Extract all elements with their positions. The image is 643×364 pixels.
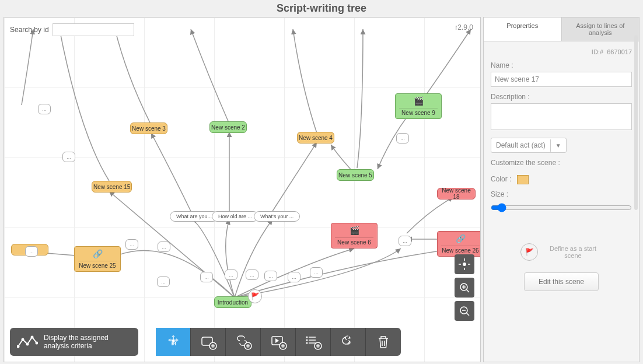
flag-icon: 🚩	[520, 243, 538, 261]
scene-node-9[interactable]: 🎬 New scene 9	[395, 93, 442, 119]
question-pill-2[interactable]: How old are ...	[212, 211, 258, 222]
tool-add-list-button[interactable]	[296, 328, 331, 356]
tab-assign[interactable]: Assign to lines of analysis	[562, 18, 639, 41]
scene-node-26[interactable]: 🔗 New scene 26	[437, 231, 481, 257]
tool-relink-button[interactable]	[331, 328, 366, 356]
link-icon: 🔗	[93, 249, 103, 258]
color-label: Color :	[491, 175, 511, 183]
collapse-dot[interactable]: ...	[25, 246, 38, 257]
display-criteria-button[interactable]: Display the assigned analysis criteria	[10, 328, 138, 356]
properties-sidebar: Proprerties Assign to lines of analysis …	[483, 17, 639, 362]
collapse-dot[interactable]: ...	[288, 272, 300, 282]
customize-label: Customize the scene :	[491, 159, 632, 167]
scene-label: New scene 26	[442, 247, 478, 254]
svg-point-16	[306, 342, 307, 344]
tool-add-media-button[interactable]	[261, 328, 296, 356]
collapse-dot[interactable]: ...	[225, 270, 237, 280]
scene-label: New scene 25	[79, 262, 116, 269]
scene-label: New scene 6	[337, 239, 371, 246]
tab-properties[interactable]: Proprerties	[484, 18, 562, 41]
tool-delete-button[interactable]	[366, 328, 401, 356]
svg-point-5	[26, 343, 29, 346]
size-label: Size :	[491, 190, 632, 198]
question-pill-3[interactable]: What's your ...	[254, 211, 300, 222]
start-flag-marker[interactable]: 🚩	[248, 289, 262, 303]
edges-layer	[4, 18, 480, 362]
scene-label: New scene 9	[401, 110, 435, 116]
search-bar: Search by id	[10, 23, 134, 36]
page-title: Script-writing tree	[0, 0, 643, 17]
svg-point-8	[172, 340, 174, 342]
edit-scene-button[interactable]: Edit this scene	[524, 272, 599, 291]
name-input[interactable]	[491, 72, 632, 87]
svg-point-4	[22, 338, 25, 341]
collapse-dot[interactable]: ...	[399, 236, 411, 246]
link-icon: 🔗	[456, 234, 466, 243]
scene-node-2[interactable]: New scene 2	[209, 121, 247, 133]
collapse-dot[interactable]: ...	[38, 104, 51, 114]
toolbar	[156, 328, 401, 356]
collapse-dot[interactable]: ...	[200, 272, 213, 282]
question-pill-1[interactable]: What are you...	[170, 211, 218, 222]
collapse-dot[interactable]: ...	[310, 267, 323, 278]
id-row: ID:# 6670017	[491, 48, 632, 55]
scene-node-4[interactable]: New scene 4	[297, 132, 334, 144]
zoom-out-button[interactable]	[455, 301, 474, 321]
zoom-controls	[455, 254, 474, 321]
act-select[interactable]: Default act (act) ▼	[491, 138, 567, 153]
collapse-dot[interactable]: ...	[62, 152, 75, 162]
collapse-dot[interactable]: ...	[264, 271, 277, 281]
svg-point-0	[463, 262, 466, 266]
description-label: Description :	[491, 93, 632, 101]
collapse-dot[interactable]: ...	[246, 270, 258, 280]
scrollbar[interactable]	[634, 35, 638, 210]
film-icon: 🎬	[350, 226, 359, 235]
sidebar-tabs: Proprerties Assign to lines of analysis	[484, 18, 639, 41]
scene-node-6[interactable]: 🎬 New scene 6	[331, 223, 378, 249]
tool-add-link-button[interactable]	[226, 328, 261, 356]
description-input[interactable]	[491, 103, 632, 130]
properties-panel: ID:# 6670017 Name : Description : Defaul…	[484, 41, 639, 362]
scene-node-5[interactable]: New scene 5	[337, 169, 374, 181]
zoom-center-button[interactable]	[455, 254, 474, 274]
tool-move-button[interactable]	[156, 328, 191, 356]
act-select-label: Default act (act)	[491, 138, 550, 152]
chevron-down-icon: ▼	[550, 139, 566, 152]
start-scene-label: Define as a start scene	[544, 245, 602, 259]
canvas[interactable]: Search by id r2.9.0	[4, 17, 481, 362]
scene-node-18[interactable]: New scene 18	[437, 188, 476, 200]
criteria-label: Display the assigned analysis criteria	[44, 334, 131, 350]
collapse-dot[interactable]: ...	[157, 276, 170, 287]
search-label: Search by id	[10, 26, 49, 34]
color-swatch[interactable]	[517, 175, 529, 184]
svg-point-14	[306, 337, 307, 338]
svg-point-15	[306, 340, 307, 341]
collapse-dot[interactable]: ...	[396, 133, 409, 144]
tool-add-scene-button[interactable]	[191, 328, 226, 356]
film-icon: 🎬	[414, 96, 424, 106]
search-input[interactable]	[53, 23, 134, 36]
zoom-in-button[interactable]	[455, 278, 474, 298]
scene-node-25[interactable]: 🔗 New scene 25	[74, 246, 121, 272]
start-scene-row[interactable]: 🚩 Define as a start scene	[491, 243, 632, 261]
size-slider[interactable]	[491, 203, 632, 212]
collapse-dot[interactable]: ...	[158, 242, 170, 252]
criteria-icon	[17, 335, 38, 349]
scene-node-3[interactable]: New scene 3	[130, 123, 167, 134]
version-label: r2.9.0	[455, 23, 473, 32]
scene-node-intro[interactable]: Introduction	[214, 296, 251, 308]
name-label: Name :	[491, 61, 632, 69]
svg-point-6	[31, 336, 34, 339]
main-layout: Search by id r2.9.0	[0, 17, 643, 364]
collapse-dot[interactable]: ...	[125, 239, 138, 250]
scene-node-15[interactable]: New scene 15	[92, 181, 132, 192]
